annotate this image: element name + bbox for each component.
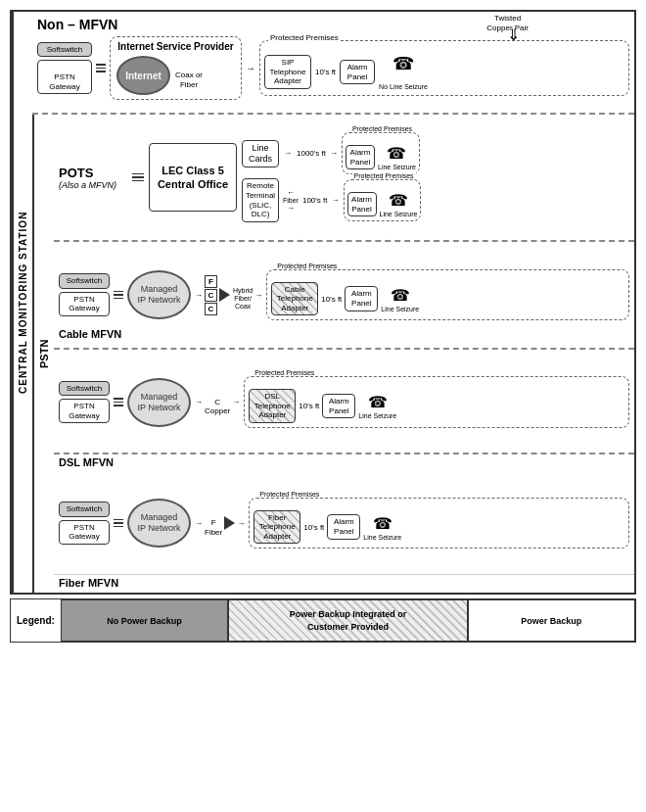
fiber-phone-icon: ☎ Line Seizure [363, 514, 401, 541]
cable-pp-label: Protected Premises [275, 263, 339, 269]
fiber-pp-label: Protected Premises [257, 491, 321, 498]
fiber-mfvn-section: Softswitch PSTN Gateway [54, 472, 634, 575]
dsl-pp-box: Protected Premises DSL Telephone Adapter… [244, 376, 629, 428]
dsl-line-seizure: Line Seizure [358, 412, 396, 419]
fiber-softswitch: Softswitch [59, 502, 110, 517]
fiber-line-seizure: Line Seizure [363, 534, 401, 541]
non-mfvn-title: Non – MFVN [37, 17, 629, 32]
pstn-label: PSTN [32, 115, 54, 593]
non-mfvn-softswitch: Softswitch [37, 42, 92, 58]
cable-telephone-adapter: Cable Telephone Adapter [271, 282, 318, 316]
legend-label: Legend: [11, 599, 61, 642]
pots-title: POTS [59, 166, 93, 180]
non-mfvn-pp-label: Protected Premises [268, 33, 341, 42]
dsl-phone-icon: ☎ Line Seizure [358, 393, 396, 419]
dsl-alarm-panel: Alarm Panel [322, 394, 355, 418]
cable-pstn-gateway: PSTN Gateway [59, 292, 110, 316]
fiber-managed-ip: Managed IP Network [127, 499, 191, 548]
fiber-pstn-gateway: PSTN Gateway [59, 520, 110, 545]
fiber-alarm-panel: Alarm Panel [327, 514, 360, 539]
legend-power-backup: Power Backup [468, 599, 635, 642]
fiber-triple-line [114, 519, 123, 528]
isp-label: Internet Service Provider [116, 41, 235, 52]
non-mfvn-line-seizure: No Line Seizure [379, 75, 428, 92]
legend-no-power: No Power Backup [61, 599, 228, 642]
pots-pp1-label: Protected Premises [350, 125, 414, 132]
non-mfvn-pstn-gateway: PSTN Gateway [37, 60, 92, 94]
fiber-mfvn-title: Fiber MFVN [54, 575, 634, 593]
non-mfvn-pp-box: Protected Premises SIP Telephone Adapter… [259, 40, 629, 97]
pots-pp2-box: Protected Premises Alarm Panel ☎ [344, 179, 422, 221]
cable-mfvn-title-label: Cable MFVN [59, 328, 634, 340]
cable-pp-box: Protected Premises Cable Telephone Adapt… [266, 269, 629, 321]
fiber-pp-box: Protected Premises Fiber Telephone Adapt… [249, 498, 629, 549]
dsl-managed-ip: Managed IP Network [127, 378, 191, 427]
non-mfvn-alarm-panel: Alarm Panel [340, 60, 375, 84]
cable-alarm-panel: Alarm Panel [345, 286, 378, 310]
isp-to-pp-arrow: → [246, 63, 255, 73]
coax-fiber-label: Coax or Fiber [175, 62, 203, 90]
dsl-softswitch: Softswitch [59, 381, 110, 397]
pots-subtitle: (Also a MFVN) [59, 180, 116, 190]
cable-managed-ip: Managed IP Network [127, 270, 191, 319]
pots-line-seizure1: ☎ Line Seizure [378, 144, 416, 170]
dsl-mfvn-section: Softswitch PSTN Gateway [54, 352, 634, 454]
lec-class5-box: LEC Class 5 Central Office [149, 143, 237, 212]
pots-alarm2: Alarm Panel [347, 192, 377, 216]
non-mfvn-10ft: 10's ft [315, 68, 336, 76]
internet-ellipse: Internet [116, 56, 170, 95]
dsl-pp-label: Protected Premises [253, 369, 316, 376]
pots-line-seizure2: ☎ Line Seizure [380, 191, 418, 217]
cable-triple-line [114, 291, 123, 300]
dsl-pstn-gateway: PSTN Gateway [59, 399, 110, 423]
remote-terminal-box: Remote Terminal (SLIC, DLC) [242, 178, 279, 221]
sip-telephone-adapter: SIP Telephone Adapter [264, 55, 311, 89]
non-mfvn-phone-icon: ☎ [392, 53, 414, 74]
pots-pp1-box: Protected Premises Alarm Panel ☎ [342, 132, 420, 174]
cable-softswitch: Softswitch [59, 273, 110, 289]
cable-triangle [219, 288, 230, 302]
pots-triple-line [132, 173, 144, 182]
dsl-c-copper: C Copper [205, 388, 230, 416]
isp-box: Internet Service Provider Internet Coax … [110, 36, 242, 100]
fiber-f-label: F Fiber [205, 509, 222, 538]
cms-label: CENTRAL MONITORING STATION [12, 12, 32, 593]
pots-pp2-label: Protected Premises [352, 172, 416, 179]
pots-alarm1: Alarm Panel [346, 145, 375, 169]
non-mfvn-section: Twisted Copper Pair ⇓ Non – MFVN Softswi… [32, 12, 634, 115]
dsl-triple-line [114, 398, 123, 406]
triple-line-connector [96, 64, 106, 72]
fiber-triangle [224, 516, 235, 530]
pots-section: POTS (Also a MFVN) [54, 115, 634, 242]
cable-phone-icon: ☎ Line Seizure [381, 286, 419, 312]
dsl-mfvn-title: DSL MFVN [54, 454, 634, 472]
legend: Legend: No Power Backup Power Backup Int… [10, 598, 636, 643]
dsl-telephone-adapter: DSL Telephone Adapter [249, 389, 296, 423]
hybrid-fiber-coax-label: Hybrid Fiber/ Coax [233, 278, 253, 311]
cable-line-seizure: Line Seizure [381, 306, 419, 312]
legend-power-backup-integrated: Power Backup Integrated or Customer Prov… [228, 599, 467, 642]
line-cards-box: Line Cards [242, 140, 279, 167]
fiber-telephone-adapter: Fiber Telephone Adapter [254, 510, 300, 545]
